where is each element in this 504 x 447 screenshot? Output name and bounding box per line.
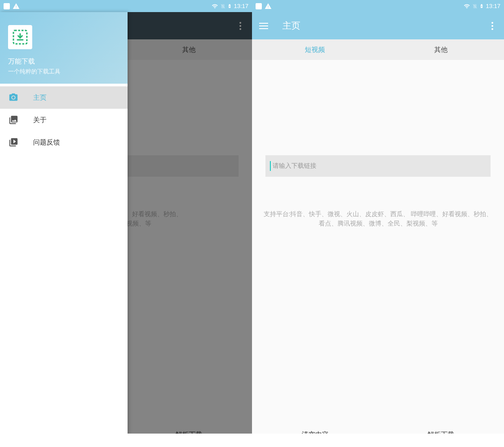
drawer-item-feedback[interactable]: 问题反馈: [0, 131, 128, 153]
text-cursor: [270, 161, 271, 171]
tab-other[interactable]: 其他: [378, 39, 504, 60]
drawer-header: 万能下载 一个纯粹的下载工具: [0, 12, 128, 84]
drawer-items: 主页 关于 问题反馈: [0, 84, 128, 153]
drawer-item-label: 关于: [33, 116, 47, 124]
status-time: 13:17: [486, 3, 500, 9]
drawer-app-subtitle: 一个纯粹的下载工具: [8, 68, 120, 76]
app-toolbar: 主页: [252, 12, 504, 39]
main-content: 请输入下载链接 支持平台:抖音、快手、微视、火山、皮皮虾、西瓜、 哔哩哔哩、好看…: [252, 60, 504, 447]
battery-charging-icon: [227, 3, 232, 9]
status-bar: 13:17: [252, 0, 504, 12]
no-sim-icon: [220, 3, 226, 9]
warning-icon: [265, 3, 272, 10]
toolbar-title: 主页: [282, 20, 488, 32]
download-link-input[interactable]: 请输入下载链接: [265, 155, 491, 177]
app-indicator-icon: [256, 3, 262, 9]
camera-icon: [8, 92, 19, 103]
drawer-app-name: 万能下载: [8, 57, 120, 66]
image-icon: [8, 115, 19, 125]
no-sim-icon: [472, 3, 478, 9]
wifi-icon: [463, 3, 470, 9]
overflow-menu-icon[interactable]: [488, 18, 497, 34]
drawer-item-label: 主页: [33, 94, 47, 102]
drawer-item-label: 问题反馈: [33, 138, 60, 147]
video-library-icon: [8, 137, 19, 148]
battery-charging-icon: [479, 3, 484, 9]
phone-right: 13:17 主页 短视频 其他 请输入下载链接 支持平台:抖音、快手、微视、火山…: [252, 0, 504, 447]
drawer-item-home[interactable]: 主页: [0, 86, 128, 109]
app-indicator-icon: [4, 3, 10, 9]
input-placeholder: 请输入下载链接: [273, 162, 316, 170]
bottom-margin: [252, 434, 504, 447]
tabs: 短视频 其他: [252, 39, 504, 60]
bottom-margin: [0, 434, 252, 447]
phone-left: 13:17 其他 F、西瓜、 哔哩哔哩、好看视频、秒拍、 全民、梨视频、等 解析…: [0, 0, 252, 447]
supported-platforms-text: 支持平台:抖音、快手、微视、火山、皮皮虾、西瓜、 哔哩哔哩、好看视频、秒拍、看点…: [263, 209, 493, 228]
drawer-item-about[interactable]: 关于: [0, 109, 128, 131]
tab-short-video[interactable]: 短视频: [252, 39, 378, 60]
wifi-icon: [211, 3, 218, 9]
app-logo-icon: [8, 25, 32, 49]
warning-icon: [13, 3, 20, 10]
status-bar: 13:17: [0, 0, 252, 12]
status-time: 13:17: [234, 3, 248, 9]
hamburger-icon[interactable]: [259, 23, 268, 29]
navigation-drawer: 万能下载 一个纯粹的下载工具 主页 关于 问题反馈: [0, 12, 128, 447]
